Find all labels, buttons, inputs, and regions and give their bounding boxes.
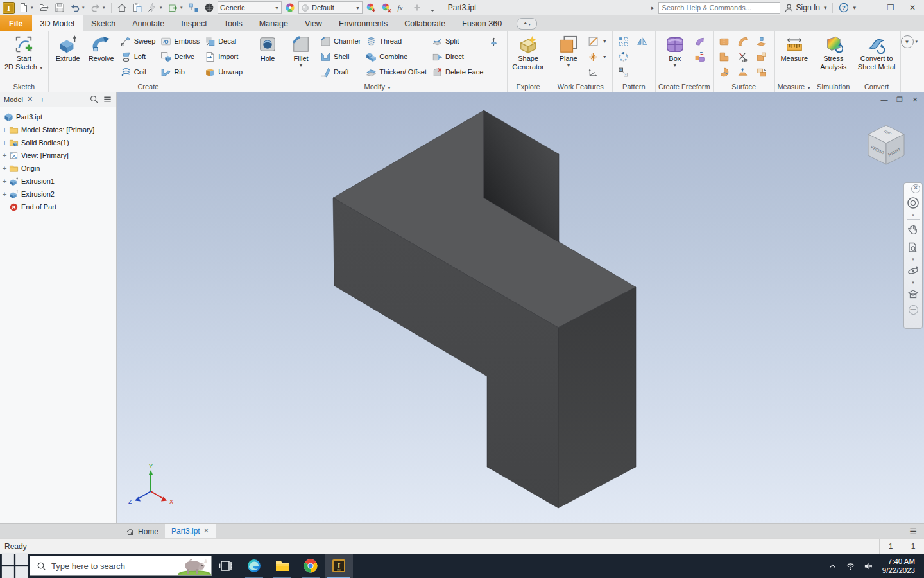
new-document-button[interactable] (17, 1, 31, 14)
chamfer-button[interactable]: Chamfer (319, 33, 362, 49)
su6-button[interactable] (755, 49, 771, 64)
ribbon-tab-3d-model[interactable]: 3D Model (32, 15, 83, 31)
hidden-icons-chevron[interactable] (825, 554, 841, 578)
orbit-caret-icon[interactable]: ▾ (912, 280, 914, 285)
ribbon-tab-sketch[interactable]: Sketch (83, 15, 124, 31)
panel-label[interactable]: Modify ▼ (248, 83, 507, 92)
ribbon-appearance-toggle[interactable]: ▼▾ (901, 35, 918, 48)
doc-close-button[interactable]: ✕ (910, 94, 920, 105)
su8-button[interactable] (736, 64, 752, 80)
new-caret-icon[interactable]: ▾ (31, 5, 36, 10)
web-sphere-button[interactable] (202, 1, 216, 14)
plane-button[interactable]: Plane▼ (552, 33, 585, 68)
su5-button[interactable] (736, 49, 752, 64)
fillet-button[interactable]: Fillet▼ (284, 33, 318, 68)
navbar-close-icon[interactable]: ✕ (911, 184, 920, 193)
panel-label[interactable]: Measure ▼ (775, 83, 814, 92)
browser-menu-icon[interactable] (103, 94, 112, 104)
shell-button[interactable]: Shell (319, 49, 362, 64)
expand-plus-icon[interactable]: + (0, 177, 9, 186)
edge-icon[interactable] (240, 554, 268, 578)
wheel-caret-icon[interactable]: ▾ (912, 213, 914, 218)
tree-item-extrusion1[interactable]: +Extrusion1 (0, 175, 116, 188)
doc-tabs-menu-icon[interactable]: ☰ (902, 524, 924, 539)
start-2d-sketch-button[interactable]: Start2D Sketch ▼ (3, 33, 46, 72)
tree-item-view-primary-[interactable]: +View: [Primary] (0, 149, 116, 162)
wifi-icon[interactable] (843, 554, 859, 578)
sketchpat-button[interactable] (617, 64, 633, 80)
clear-appearance-button[interactable] (379, 1, 393, 14)
undo-caret-icon[interactable]: ▾ (82, 5, 87, 10)
pan-button[interactable] (905, 221, 921, 239)
appearance-dropdown[interactable]: Default▼ (298, 1, 363, 14)
import-button[interactable]: Import (203, 49, 244, 64)
doc-tab-home[interactable]: Home (119, 524, 165, 539)
tree-item-end-of-part[interactable]: End of Part (0, 200, 116, 213)
doc-tab-part3[interactable]: Part3.ipt ✕ (165, 524, 216, 539)
su9-button[interactable] (755, 64, 771, 80)
redo-caret-icon[interactable]: ▾ (103, 5, 108, 10)
tree-item-origin[interactable]: +Origin (0, 162, 116, 175)
browser-tab-close-icon[interactable]: ✕ (27, 95, 33, 103)
help-search-input[interactable] (658, 2, 780, 14)
stress-analysis-button[interactable]: StressAnalysis (817, 33, 850, 72)
navbar-collapse-icon[interactable]: — (909, 305, 918, 315)
tree-item-solid-bodies-1-[interactable]: +Solid Bodies(1) (0, 136, 116, 149)
unwrap-button[interactable]: Unwrap (203, 64, 244, 80)
revolve-button[interactable]: Revolve (85, 33, 118, 64)
circpat-button[interactable] (617, 49, 633, 64)
close-button[interactable]: ✕ (903, 1, 921, 15)
redo-button[interactable] (89, 1, 103, 14)
mirror-button[interactable] (635, 33, 651, 49)
navigation-wheel-button[interactable] (905, 193, 921, 213)
expand-plus-icon[interactable]: + (0, 139, 9, 147)
split-button[interactable]: Split (431, 33, 484, 49)
su7-button[interactable] (717, 64, 733, 80)
inventor-taskbar-icon[interactable]: I PRO (325, 554, 353, 578)
add-qat-button[interactable] (410, 1, 424, 14)
rectpat-button[interactable] (617, 33, 633, 49)
orbit-button[interactable] (905, 262, 921, 280)
rib-button[interactable]: Rib (159, 64, 201, 80)
paste-button[interactable] (130, 1, 144, 14)
extrude-button[interactable]: Extrude (51, 33, 85, 64)
sweep-button[interactable]: Sweep (119, 33, 157, 49)
save-button[interactable] (53, 1, 67, 14)
ribbon-tab-annotate[interactable]: Annotate (124, 15, 173, 31)
movebodies-button[interactable] (487, 33, 503, 49)
combine-button[interactable]: Combine (364, 49, 428, 64)
minimize-button[interactable]: — (860, 1, 878, 15)
export-caret-icon[interactable]: ▾ (180, 5, 185, 10)
sign-in-caret-icon[interactable]: ▾ (824, 4, 827, 11)
coil-button[interactable]: Coil (119, 64, 157, 80)
su4-button[interactable] (717, 49, 733, 64)
tree-item-extrusion2[interactable]: +Extrusion2 (0, 188, 116, 200)
update-button[interactable] (146, 1, 160, 14)
expand-plus-icon[interactable]: + (0, 126, 9, 134)
parameters-fx-button[interactable]: fx (395, 1, 409, 14)
expand-plus-icon[interactable]: + (0, 152, 9, 160)
fface-button[interactable] (693, 33, 709, 49)
fconvert-button[interactable] (693, 49, 709, 64)
measure-button[interactable]: Measure (778, 33, 811, 64)
update-caret-icon[interactable]: ▾ (160, 5, 165, 10)
taskbar-clock[interactable]: 7:40 AM 9/22/2023 (878, 557, 918, 575)
thicken-offset-button[interactable]: Thicken/ Offset (364, 64, 428, 80)
task-view-button[interactable] (212, 554, 240, 578)
customize-qat-button[interactable] (425, 1, 440, 14)
material-dropdown[interactable]: Generic▼ (218, 1, 282, 14)
zoom-caret-icon[interactable]: ▾ (912, 257, 914, 262)
loft-button[interactable]: Loft (119, 49, 157, 64)
shape-generator-button[interactable]: ShapeGenerator (510, 33, 546, 72)
ribbon-tab-manage[interactable]: Manage (251, 15, 296, 31)
expand-plus-icon[interactable]: + (0, 164, 9, 173)
delete-face-button[interactable]: Delete Face (431, 64, 484, 80)
decal-button[interactable]: Decal (203, 33, 244, 49)
expand-plus-icon[interactable]: + (0, 190, 9, 198)
ribbon-tab-tools[interactable]: Tools (216, 15, 251, 31)
ribbon-tab-view[interactable]: View (296, 15, 330, 31)
su2-button[interactable] (736, 33, 752, 49)
volume-muted-icon[interactable] (860, 554, 877, 578)
browser-search-icon[interactable] (89, 94, 99, 104)
su1-button[interactable] (717, 33, 733, 49)
